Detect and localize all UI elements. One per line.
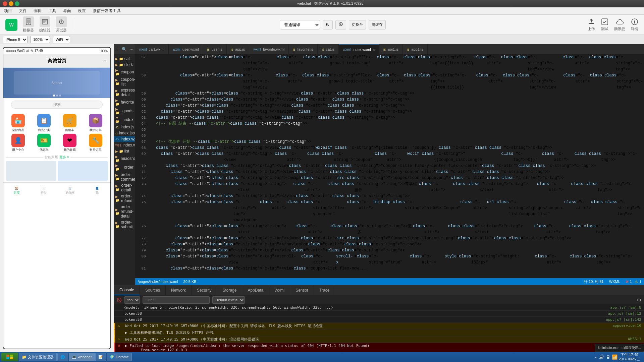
line-content[interactable]: class="c-attr">class= <box>149 54 231 72</box>
phone-icon-用户中心[interactable]: 👤用户中心 <box>6 134 31 152</box>
menu-item-project[interactable]: 项目 <box>3 7 13 14</box>
line-content[interactable]: class="c-attr">class= <box>149 72 231 90</box>
line-content[interactable]: class="c-attr">class= <box>149 97 221 103</box>
file-tree-item-express-detail[interactable]: ▶ 📁express-detail <box>114 87 135 98</box>
context-select[interactable]: top <box>124 296 140 304</box>
line-content[interactable]: class="c-attr">class= <box>149 90 226 97</box>
taskbar-item-webchat[interactable]: 💻webchat <box>69 353 95 361</box>
phone-nav-购物车[interactable]: 🛒购物车 <box>57 183 84 199</box>
menu-item-tool[interactable]: 工具 <box>47 7 58 14</box>
devtools-tab-wxml[interactable]: Wxml <box>269 285 290 295</box>
device-select[interactable]: iPhone 5 iPhone 6 iPhone 7 <box>3 36 28 43</box>
line-content[interactable]: class="c-attr">class= <box>149 109 212 115</box>
tab-favorite-wxml[interactable]: wxmlfavorite.wxml <box>249 44 289 54</box>
file-tree-item-coupon[interactable]: ▶ 📁coupon <box>114 68 135 76</box>
minimize-button[interactable] <box>9 1 13 6</box>
tab-favorite-js[interactable]: jsfavorite.js <box>289 44 317 54</box>
refresh-button[interactable]: ↻ <box>323 20 333 29</box>
file-tree-item-clerk[interactable]: ▶ 📁clerk <box>114 62 135 68</box>
taskbar-item-[interactable]: 📝 <box>95 353 106 361</box>
test-button[interactable]: 测试 <box>601 18 609 32</box>
editor-button[interactable]: 编辑器 <box>39 16 50 33</box>
line-content[interactable]: class="c-attr">class= <box>149 223 226 235</box>
file-tree-item-order[interactable]: ▶ 📁order <box>114 163 135 172</box>
product-1[interactable] <box>6 161 56 181</box>
menu-item-settings[interactable]: 设置 <box>76 7 87 14</box>
line-content[interactable]: class="c-attr">class= <box>149 169 221 175</box>
line-content[interactable]: class="c-attr">class= <box>149 241 221 247</box>
file-tree-item-index-json[interactable]: {}index.json <box>114 130 135 136</box>
search-file-icon[interactable]: 🔍 <box>122 47 127 52</box>
line-content[interactable]: class="c-attr">class= <box>149 103 216 109</box>
simulator-button[interactable]: 模拟器 <box>23 16 34 33</box>
tray-icons[interactable]: 🔊 🖥 📶 <box>599 354 618 360</box>
preview-button[interactable] <box>335 20 346 29</box>
file-tree-item-index-js[interactable]: JSindex.js <box>114 124 135 130</box>
tab-app-js[interactable]: jsapp.js <box>227 44 250 54</box>
file-tree-item-order-refund-detail[interactable]: ▶ 📁order-refund-detail <box>114 204 135 219</box>
clock[interactable]: 下午 17:49 2017/10/25 三 <box>619 353 640 361</box>
file-tree-item-order-refund[interactable]: ▶ 📁order-refund <box>114 193 135 204</box>
menu-item-edit[interactable]: 编辑 <box>32 7 43 14</box>
start-button[interactable] <box>1 353 18 361</box>
devtools-tab-sources[interactable]: Sources <box>140 285 166 295</box>
clear-cache-button[interactable]: 清缓存 <box>369 20 386 29</box>
file-tree-item-order-detail[interactable]: ▶ 📁order-detail <box>114 182 135 193</box>
debugger-button[interactable]: 调试器 <box>56 16 67 33</box>
line-content[interactable]: class="c-attr">class= <box>149 253 216 265</box>
phone-icon-我的收藏[interactable]: ❤我的收藏 <box>58 134 82 152</box>
add-file-icon[interactable]: + <box>117 47 119 52</box>
menu-item-interface[interactable]: 界面 <box>62 7 72 14</box>
line-content[interactable]: class="c-attr">class= <box>149 181 226 193</box>
phone-icon-购物车[interactable]: 🛒购物车 <box>58 114 82 132</box>
line-content[interactable]: class="c-attr">class= <box>149 199 221 223</box>
phone-nav-我[interactable]: 👤我 <box>84 183 110 199</box>
file-tree-item-miaosha[interactable]: ▶ 📁miaosha <box>114 154 135 163</box>
file-tree-item-coupon-list[interactable]: ▶ 📁coupon-list <box>114 76 135 87</box>
collapse-icon[interactable]: ⋯ <box>129 47 133 52</box>
tab-app1-js[interactable]: jsapp1.js <box>403 44 428 54</box>
file-tree-item-favorite[interactable]: ▶ 📁favorite <box>114 98 135 107</box>
tab-cart-wxml[interactable]: wxmlcart.wxml <box>135 44 169 54</box>
file-tree-item-index-wxml[interactable]: <>index.wxml <box>114 136 135 142</box>
tab-user-wxml[interactable]: wxmluser.wxml <box>169 44 203 54</box>
phone-search-input[interactable] <box>11 101 103 109</box>
product-2[interactable] <box>58 161 108 181</box>
file-tree-item-order-comment[interactable]: ▶ 📁order-comment <box>114 172 135 182</box>
tab-index-wxml[interactable]: wxmlindex.wxml× <box>339 44 379 54</box>
switch-stage-button[interactable]: 切换台 <box>349 20 366 29</box>
compile-select[interactable]: 普通编译 <box>280 20 320 29</box>
taskbar-item-文件资源管理器[interactable]: 📁文件资源管理器 <box>19 353 57 361</box>
taskbar-item-[interactable]: 🌐 <box>57 353 68 361</box>
line-content[interactable]: class="c-attr">class= <box>149 115 207 121</box>
clear-console-icon[interactable]: 🚫 <box>117 298 122 302</box>
line-content[interactable] <box>149 127 151 133</box>
devtools-tab-security[interactable]: Security <box>192 285 217 295</box>
tab-api1-js[interactable]: jsapi1.js <box>379 44 403 54</box>
filter-input[interactable] <box>143 296 210 304</box>
phone-icon-售后订单[interactable]: 🔧售后订单 <box>83 134 108 152</box>
cloud-button[interactable]: 腾讯云 <box>614 18 625 32</box>
file-tree-item-list[interactable]: ▶ 📁list <box>114 148 135 154</box>
line-content[interactable]: <!-- 优惠券 开始 --class="c-attr">class=class… <box>149 139 307 145</box>
phone-nav-首页[interactable]: 🏠首页 <box>3 183 30 199</box>
zoom-select[interactable]: 100% 75% 50% <box>30 36 50 43</box>
line-content[interactable]: class="c-attr">class= <box>149 235 226 241</box>
devtools-tab-storage[interactable]: Storage <box>217 285 242 295</box>
devtools-tab-appdata[interactable]: AppData <box>242 285 269 295</box>
phone-icon-商品分类[interactable]: 📋商品分类 <box>32 114 56 132</box>
line-content[interactable]: class="c-attr">class= <box>149 145 207 151</box>
devtools-tab-trace[interactable]: Trace <box>314 285 335 295</box>
menu-item-wechat-devtools[interactable]: 微信开发者工具 <box>91 7 122 14</box>
line-content[interactable] <box>149 133 151 139</box>
file-tree-item-cat[interactable]: ▶ 📁cat <box>114 56 135 62</box>
line-content[interactable]: <!-- 专题 结束 --class="c-attr">class=class=… <box>149 121 303 127</box>
line-content[interactable]: class="c-attr">class= <box>149 175 226 181</box>
devtools-tab-network[interactable]: Network <box>166 285 192 295</box>
upload-button[interactable]: 上传 <box>587 18 595 32</box>
maximize-button[interactable] <box>15 1 19 6</box>
file-tree-item-index-wxss[interactable]: wssindex.wxss <box>114 142 135 148</box>
menu-item-file[interactable]: 文件 <box>17 7 28 14</box>
phone-icon-全部商品[interactable]: 🏪全部商品 <box>6 114 31 132</box>
detail-button[interactable]: 详情 <box>631 18 639 32</box>
